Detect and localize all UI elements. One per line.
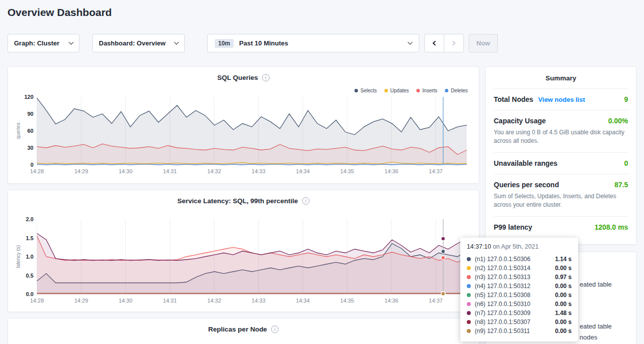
tooltip-row: (n1) 127.0.0.1:503061.14 s — [467, 255, 572, 264]
svg-text:14:32: 14:32 — [207, 168, 221, 174]
info-icon[interactable]: i — [302, 197, 310, 205]
svg-text:0.5: 0.5 — [26, 273, 33, 279]
svg-text:1.0: 1.0 — [26, 254, 33, 260]
series-dot-icon — [467, 257, 471, 261]
summary-panel: Summary Total Nodes View nodes list 9 Ca… — [485, 66, 637, 245]
graph-dropdown-label: Graph: Cluster — [14, 39, 59, 47]
tooltip-value: 1.48 s — [555, 310, 572, 317]
series-dot-icon — [467, 275, 471, 279]
graph-dropdown[interactable]: Graph: Cluster — [7, 34, 79, 52]
series-dot-icon — [354, 89, 358, 92]
series-dot-icon — [467, 311, 471, 315]
svg-text:60: 60 — [27, 128, 33, 134]
svg-text:14:33: 14:33 — [252, 168, 266, 174]
svg-text:30: 30 — [27, 145, 33, 151]
chart-title: SQL Queries — [217, 74, 258, 81]
svg-text:14:35: 14:35 — [340, 298, 354, 304]
tooltip-value: 1.14 s — [555, 256, 572, 263]
time-range-dropdown[interactable]: 10m Past 10 Minutes — [207, 34, 419, 52]
sql-queries-panel: SQL Queries i SelectsUpdatesInsertsDelet… — [7, 66, 479, 184]
now-button-label: Now — [476, 39, 490, 47]
summary-capacity-usage: Capacity Usage 0.00% You are using 0 B o… — [494, 110, 628, 152]
svg-text:0.0: 0.0 — [26, 291, 33, 297]
series-dot-icon — [467, 293, 471, 297]
tooltip-row: (n3) 127.0.0.1:503130.97 s — [467, 273, 572, 282]
chevron-down-icon — [174, 40, 179, 45]
time-range-label: Past 10 Minutes — [239, 39, 288, 47]
time-next-button — [444, 34, 464, 52]
series-dot-icon — [467, 284, 471, 288]
capacity-usage-value: 0.00% — [608, 117, 628, 125]
time-prev-button[interactable] — [424, 34, 444, 52]
svg-text:120: 120 — [24, 94, 33, 100]
series-dot-icon — [416, 89, 420, 92]
tooltip-value: 0.00 s — [555, 328, 572, 335]
svg-text:0: 0 — [30, 162, 33, 168]
svg-text:1.5: 1.5 — [26, 235, 33, 241]
tooltip-row: (n6) 127.0.0.1:503100.00 s — [467, 300, 572, 309]
tooltip-node-label: (n1) 127.0.0.1:50306 — [475, 256, 530, 263]
svg-text:14:37: 14:37 — [429, 168, 443, 174]
svg-text:queries: queries — [15, 123, 21, 139]
tooltip-date: on Apr 5th, 2021 — [491, 243, 539, 250]
summary-p99-latency: P99 latency 1208.0 ms — [494, 216, 628, 238]
replicas-per-node-panel: Replicas per Node i — [7, 318, 479, 344]
p99-latency-value: 1208.0 ms — [595, 223, 628, 231]
tooltip-node-label: (n4) 127.0.0.1:50312 — [475, 283, 530, 290]
event-text-fragment[interactable]: eated table — [580, 323, 612, 330]
svg-text:90: 90 — [27, 111, 33, 117]
sql-queries-chart[interactable]: 14:2814:2914:3014:3114:3214:3314:3414:35… — [14, 93, 474, 177]
series-dot-icon — [467, 266, 471, 270]
chart-title: Service Latency: SQL, 99th percentile — [177, 197, 298, 205]
svg-text:14:36: 14:36 — [384, 168, 398, 174]
service-latency-chart[interactable]: 14:2814:2914:3014:3114:3214:3314:3414:35… — [14, 215, 474, 306]
tooltip-node-label: (n6) 127.0.0.1:50310 — [475, 301, 530, 308]
tooltip-row: (n2) 127.0.0.1:503140.00 s — [467, 264, 572, 273]
tooltip-node-label: (n2) 127.0.0.1:50314 — [475, 265, 530, 272]
tooltip-node-label: (n8) 127.0.0.1:50307 — [475, 319, 530, 326]
unavailable-ranges-label: Unavailable ranges — [494, 159, 558, 167]
series-dot-icon — [467, 329, 471, 333]
svg-text:14:37: 14:37 — [429, 298, 443, 304]
tooltip-node-label: (n7) 127.0.0.1:50309 — [475, 310, 530, 317]
tooltip-node-label: (n5) 127.0.0.1:50308 — [475, 292, 530, 299]
tooltip-rows: (n1) 127.0.0.1:503061.14 s(n2) 127.0.0.1… — [467, 255, 572, 336]
unavailable-ranges-value: 0 — [624, 159, 628, 167]
total-nodes-value: 9 — [624, 95, 628, 103]
svg-text:14:34: 14:34 — [296, 298, 310, 304]
chevron-down-icon — [69, 40, 74, 45]
chevron-right-icon — [451, 41, 456, 46]
dashboard-dropdown[interactable]: Dashboard: Overview — [92, 34, 185, 52]
tooltip-value: 0.00 s — [555, 265, 572, 272]
total-nodes-label: Total Nodes — [494, 95, 533, 103]
view-nodes-list-link[interactable]: View nodes list — [538, 96, 585, 103]
info-icon[interactable]: i — [271, 326, 279, 333]
dashboard-dropdown-label: Dashboard: Overview — [99, 39, 166, 47]
series-dot-icon — [467, 320, 471, 324]
now-button: Now — [469, 34, 498, 52]
event-text-fragment[interactable]: nodes — [580, 334, 597, 341]
svg-text:latency (s): latency (s) — [15, 245, 21, 268]
tooltip-header: 14:37:10 on Apr 5th, 2021 — [467, 243, 572, 250]
tooltip-node-label: (n9) 127.0.0.1:50311 — [475, 328, 530, 335]
chart-title: Replicas per Node — [208, 326, 267, 333]
tooltip-value: 0.00 s — [555, 283, 572, 290]
tooltip-row: (n4) 127.0.0.1:503120.00 s — [467, 282, 572, 291]
time-range-badge: 10m — [215, 39, 234, 48]
svg-text:14:36: 14:36 — [384, 298, 398, 304]
svg-text:14:28: 14:28 — [30, 298, 44, 304]
svg-text:14:29: 14:29 — [74, 298, 88, 304]
svg-text:14:32: 14:32 — [207, 298, 221, 304]
svg-text:14:29: 14:29 — [74, 168, 88, 174]
svg-text:14:30: 14:30 — [119, 298, 133, 304]
svg-text:14:35: 14:35 — [340, 168, 354, 174]
event-text-fragment[interactable]: eated table — [580, 281, 612, 288]
chevron-down-icon — [408, 40, 413, 45]
svg-text:14:31: 14:31 — [163, 168, 177, 174]
tooltip-value: 0.00 s — [555, 319, 572, 326]
info-icon[interactable]: i — [262, 74, 270, 81]
svg-text:14:31: 14:31 — [163, 298, 177, 304]
p99-latency-label: P99 latency — [494, 223, 532, 231]
svg-text:14:34: 14:34 — [296, 168, 310, 174]
tooltip-value: 0.97 s — [555, 274, 572, 281]
